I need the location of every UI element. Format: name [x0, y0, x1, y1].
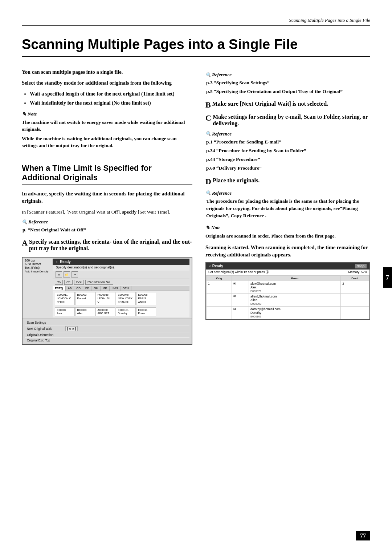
cell-addr-1: alex@hotmail.comAlexE000071: [249, 281, 341, 293]
label-orig-exit: Original Exit: Top: [27, 339, 63, 342]
main-title: Scanning Multiple Pages into a Single Fi…: [22, 37, 370, 57]
ref-label-c: Reference: [205, 131, 370, 137]
tab-ab[interactable]: AB: [66, 286, 74, 291]
step-a: A Specify scan settings, the orienta- ti…: [22, 239, 192, 252]
icon-email[interactable]: ✉: [56, 271, 62, 278]
cell-alex[interactable]: E00007Alex: [55, 307, 75, 317]
cell-london[interactable]: E000011LONDON OFFICE: [55, 292, 75, 305]
page-container: Scanning Multiple Pages into a Single Fi…: [0, 0, 392, 555]
ref-box-a: Reference p. “Next Original Wait at Off”: [22, 219, 192, 234]
section-body: In [Scanner Features], [Next Original Wa…: [22, 208, 192, 216]
page-footer: 77: [356, 531, 370, 540]
btn-next-orig[interactable]: |◄ ►|: [65, 326, 78, 331]
cell-b00003[interactable]: B00003Donald: [75, 292, 95, 305]
setting-next-orig: Next Original Wait |◄ ►|: [25, 325, 189, 332]
tab-ef[interactable]: EF: [83, 286, 91, 291]
ref-d-text: The procedure for placing the originals …: [206, 198, 370, 220]
screen-tabs: FREQ AB CD EF GH IJK LMN OPU: [53, 286, 189, 291]
tab-lmn[interactable]: LMN: [110, 286, 121, 291]
tab-cd[interactable]: CD: [74, 286, 83, 291]
ref-label-right1: Reference: [205, 72, 370, 78]
cell-frank[interactable]: E00011Frank: [136, 307, 156, 317]
header-title: Scanning Multiple Pages into a Single Fi…: [289, 17, 370, 23]
screen-title: ○ Ready: [53, 259, 189, 265]
screen-dest-row: To Cc Bcc Registration No.: [53, 279, 189, 286]
tab-opu[interactable]: OPU: [121, 286, 131, 291]
screen2-memory: Memory: 57%: [348, 270, 367, 275]
ref-content-a: p. “Next Original Wait at Off”: [22, 226, 192, 234]
section-heading: When a Time Limit Is Specified for Addit…: [22, 163, 192, 185]
cell-allen[interactable]: B00003Allen: [75, 307, 95, 317]
screen-mock-2: ○ Ready Stop Set next original(s) within…: [205, 262, 370, 320]
cell-orig-2: [207, 293, 232, 306]
ref-c-p1: p.1 “Procedure for Sending E-mail”: [206, 138, 370, 146]
ready-circle: ○: [56, 260, 57, 264]
step-d-text: Place the originals.: [213, 177, 370, 184]
note-d-line1: Originals are scanned in order. Place th…: [205, 232, 370, 240]
btn-regnum[interactable]: Registration No.: [85, 280, 113, 285]
icon-folder[interactable]: 📁: [64, 271, 70, 278]
th-icon: [232, 276, 249, 281]
btn-to[interactable]: To: [55, 280, 63, 285]
intro-bold1: You can scan multiple pages into a singl…: [22, 68, 192, 76]
step-d-letter: D: [205, 177, 211, 186]
screen2-row-3: ✉ dorothy@hotmail.comDorothyE000103: [207, 306, 369, 319]
cell-orig-3: [207, 306, 232, 319]
step-b-text: Make sure [Next Original Wait] is not se…: [212, 101, 370, 107]
screen-dpi: 200 dpiAuto DetectText (Print)Auto Image…: [25, 259, 48, 317]
note-box-d: Note Originals are scanned in order. Pla…: [205, 225, 370, 240]
bullet-1: Wait a specified length of time for the …: [30, 90, 192, 98]
cell-abcnet[interactable]: A000009ABC NET: [95, 307, 115, 317]
note-line-2: While the machine is waiting for additio…: [22, 135, 192, 149]
step-c-bold: Make settings for sending by e-mail, Sca…: [213, 114, 368, 126]
screen-icons-row[interactable]: ✉ 📁 ✏: [53, 271, 189, 279]
cell-icon-1: ✉: [232, 281, 249, 293]
cell-newyork[interactable]: E000045NEW YORKBRANCH: [116, 292, 136, 305]
cell-dorothy[interactable]: E000101Dorothy: [116, 307, 136, 317]
ref-box-right1: Reference p.3 “Specifying Scan Settings”…: [205, 72, 370, 96]
step-b: B Make sure [Next Original Wait] is not …: [205, 101, 370, 109]
setting-orig-exit: Original Exit: Top: [25, 338, 189, 343]
ref-label-a: Reference: [22, 219, 192, 225]
btn-cc[interactable]: Cc: [64, 280, 73, 285]
ref-box-c: Reference p.1 “Procedure for Sending E-m…: [205, 131, 370, 172]
cell-dest-1: 2: [341, 281, 369, 293]
screen-subtitle: Specify destination(s) and set original(…: [53, 265, 189, 271]
ref-content-c: p.1 “Procedure for Sending E-mail” p.34 …: [205, 138, 370, 172]
page-header: Scanning Multiple Pages into a Single Fi…: [22, 17, 370, 26]
screen2-table: Orig From Dest. 1 ✉ alex@hotmail.comAlex…: [206, 276, 369, 319]
screen2-stop[interactable]: Stop: [355, 264, 367, 268]
th-dest: Dest.: [341, 276, 369, 281]
step-d: D Place the originals.: [205, 177, 370, 186]
note-box-1: Note The machine will not switch to ener…: [22, 111, 192, 149]
ref-c-p3: p.44 “Storage Procedure”: [206, 156, 370, 163]
ref-right1-p1: p.3 “Specifying Scan Settings”: [206, 79, 370, 86]
step-a-letter: A: [22, 239, 28, 247]
scan-complete-text: Scanning is started. When scanning is co…: [205, 244, 370, 259]
screen2-title-bar: ○ Ready Stop: [206, 263, 369, 270]
tab-freq[interactable]: FREQ: [53, 286, 65, 291]
screen2-info-row: Set next original(s) within 12 sec or pr…: [206, 270, 369, 276]
screen2-row-2: ✉ allen@hotmail.comAllenE000003: [207, 293, 369, 306]
cell-orig-1: 1: [207, 281, 232, 293]
screen-grid-row2: E00007Alex B00003Allen A000009ABC NET E0…: [53, 306, 189, 318]
cell-legal[interactable]: R000035LEGAL DIV: [95, 292, 115, 305]
note-label-d: Note: [205, 225, 370, 231]
screen-mock-1: 200 dpiAuto DetectText (Print)Auto Image…: [22, 257, 192, 345]
th-from: From: [249, 276, 341, 281]
chapter-marker: 7: [383, 267, 392, 288]
step-d-bold: Place the originals.: [213, 177, 260, 183]
cell-icon-3: ✉: [232, 306, 249, 319]
tab-ijk[interactable]: IJK: [101, 286, 110, 291]
intro-bullets: Wait a specified length of time for the …: [30, 90, 192, 107]
icon-pen[interactable]: ✏: [72, 271, 78, 278]
tab-gh[interactable]: GH: [91, 286, 101, 291]
cell-addr-2: allen@hotmail.comAllenE000003: [249, 293, 341, 306]
intro-bold2: Select the standby mode for additional o…: [22, 79, 192, 86]
step-c: C Make settings for sending by e-mail, S…: [205, 114, 370, 127]
ref-content-d: The procedure for placing the originals …: [205, 198, 370, 220]
cell-paris[interactable]: E00008PARISANCH: [136, 292, 156, 305]
btn-bcc[interactable]: Bcc: [74, 280, 84, 285]
cell-icon-2: ✉: [232, 293, 249, 306]
bullet-2: Wait indefinitely for the next original …: [30, 100, 192, 107]
